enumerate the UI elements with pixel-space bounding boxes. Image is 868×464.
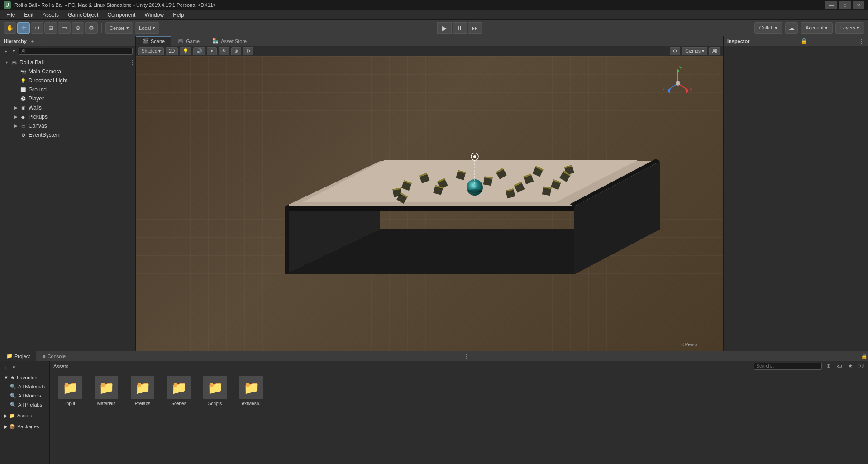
folder-input[interactable]: 📁 Input xyxy=(54,376,86,406)
stats-toggle[interactable]: ⚙ xyxy=(243,47,253,55)
effects-toggle[interactable]: ✦ xyxy=(207,47,217,55)
project-more-btn[interactable]: ⋮ xyxy=(463,353,470,360)
rect-tool-button[interactable]: ▭ xyxy=(58,22,71,34)
scene-viewport[interactable]: Y X Z < Persp xyxy=(136,56,723,351)
inspector-content xyxy=(724,46,868,351)
app-icon: U xyxy=(4,1,11,9)
transform-tool-button[interactable]: ⊕ xyxy=(72,22,84,34)
ground-icon: ⬜ xyxy=(20,86,26,93)
scene-tab-assetstore[interactable]: 🏪 Asset Store xyxy=(206,36,253,46)
inspector-lock-icon[interactable]: 🔒 xyxy=(801,38,807,44)
step-button[interactable]: ⏭ xyxy=(468,22,482,34)
all-models-item[interactable]: 🔍 All Models xyxy=(0,391,49,400)
cloud-button[interactable]: ☁ xyxy=(785,22,798,34)
shading-dropdown[interactable]: Shaded ▾ xyxy=(138,47,164,55)
walls-expand-icon: ▶ xyxy=(13,105,19,111)
folder-scenes[interactable]: 📁 Scenes xyxy=(163,376,195,406)
scale-tool-button[interactable]: ⊞ xyxy=(44,22,57,34)
project-tag-btn[interactable]: 🏷 xyxy=(835,363,844,369)
root-more-btn[interactable]: ⋮ xyxy=(130,59,135,66)
project-add-btn[interactable]: + xyxy=(3,364,9,371)
scene-settings-btn[interactable]: ⚙ xyxy=(670,47,680,55)
all-materials-item[interactable]: 🔍 All Materials xyxy=(0,382,49,391)
hierarchy-create-button[interactable]: + xyxy=(3,48,9,54)
assets-header[interactable]: ▶ 📁 Assets xyxy=(0,411,49,420)
packages-header[interactable]: ▶ 📦 Packages xyxy=(0,422,49,431)
layers-button[interactable]: Layers ▾ xyxy=(835,22,864,34)
hierarchy-canvas[interactable]: ▶ ▭ Canvas xyxy=(0,121,135,130)
menu-edit[interactable]: Edit xyxy=(19,11,38,19)
folder-prefabs[interactable]: 📁 Prefabs xyxy=(127,376,158,406)
particles-toggle[interactable]: ⊕ xyxy=(231,47,241,55)
folder-scenes-icon: 📁 xyxy=(167,376,191,399)
custom-tool-button[interactable]: ⚙ xyxy=(85,22,98,34)
project-sort-btn[interactable]: ▾ xyxy=(11,364,17,371)
pivot-dropdown[interactable]: Center ▾ xyxy=(105,22,133,34)
persp-label: < Persp xyxy=(681,342,697,347)
rotate-tool-button[interactable]: ↺ xyxy=(31,22,43,34)
all-prefabs-item[interactable]: 🔍 All Prefabs xyxy=(0,400,49,409)
hierarchy-main-camera[interactable]: 📷 Main Camera xyxy=(0,67,135,76)
hierarchy-more-button[interactable]: ⋮ xyxy=(38,38,47,44)
collab-button[interactable]: Collab ▾ xyxy=(754,22,782,34)
pause-button[interactable]: ⏸ xyxy=(453,22,467,34)
project-search-input[interactable] xyxy=(754,363,822,370)
menu-help[interactable]: Help xyxy=(168,11,189,19)
menu-component[interactable]: Component xyxy=(103,11,140,19)
move-tool-button[interactable]: ✛ xyxy=(17,22,30,34)
search-icon-prefabs: 🔍 xyxy=(10,402,16,408)
menu-window[interactable]: Window xyxy=(140,11,168,19)
hierarchy-walls[interactable]: ▶ ▣ Walls xyxy=(0,103,135,112)
scene-tab-scene[interactable]: 🎬 Scene xyxy=(136,36,171,46)
project-files-grid: 📁 Input 📁 Materials 📁 Prefabs xyxy=(50,371,868,464)
all-dropdown[interactable]: All xyxy=(709,47,720,55)
hierarchy-pickups[interactable]: ▶ ◆ Pickups xyxy=(0,112,135,121)
account-button[interactable]: Account ▾ xyxy=(801,22,833,34)
hierarchy-directional-light[interactable]: 💡 Directional Light xyxy=(0,76,135,85)
menu-gameobject[interactable]: GameObject xyxy=(63,11,103,19)
coord-dropdown[interactable]: Local ▾ xyxy=(135,22,159,34)
favorites-header[interactable]: ▼ ★ Favorites xyxy=(0,373,49,382)
menu-file[interactable]: File xyxy=(2,11,19,19)
hierarchy-ground[interactable]: ⬜ Ground xyxy=(0,85,135,94)
dimension-dropdown[interactable]: 2D xyxy=(166,47,178,55)
walls-label: Walls xyxy=(29,105,42,111)
hidden-toggle[interactable]: 👁 xyxy=(219,47,229,55)
scene-3d-view xyxy=(230,102,629,292)
menu-assets[interactable]: Assets xyxy=(38,11,63,19)
scene-gizmo[interactable]: Y X Z xyxy=(660,65,696,101)
scene-tab-game[interactable]: 🎮 Game xyxy=(171,36,206,46)
project-lock-btn[interactable]: 🔒 xyxy=(861,353,868,359)
hierarchy-root-item[interactable]: ▼ 🎮 Roll a Ball ⋮ xyxy=(0,58,135,67)
light-expand-icon xyxy=(13,77,19,84)
hierarchy-sort-button[interactable]: ▾ xyxy=(11,48,17,54)
gizmos-dropdown[interactable]: Gizmos ▾ xyxy=(682,47,707,55)
hierarchy-add-button[interactable]: + xyxy=(29,38,36,44)
close-button[interactable]: ✕ xyxy=(853,1,864,9)
maximize-button[interactable]: □ xyxy=(839,1,851,9)
project-filter-btn[interactable]: ⊕ xyxy=(825,363,832,369)
hierarchy-search-input[interactable] xyxy=(19,48,133,55)
folder-input-icon: 📁 xyxy=(58,376,82,399)
play-button[interactable]: ▶ xyxy=(437,22,452,34)
folder-materials[interactable]: 📁 Materials xyxy=(91,376,122,406)
scene-tabs-more[interactable]: ⋮ xyxy=(717,38,723,45)
folder-scripts[interactable]: 📁 Scripts xyxy=(199,376,231,406)
hand-tool-button[interactable]: ✋ xyxy=(4,22,16,34)
project-tab-console[interactable]: ≡ Console xyxy=(36,351,72,361)
folder-textmesh[interactable]: 📁 TextMesh... xyxy=(235,376,267,406)
light-toggle[interactable]: 💡 xyxy=(180,47,191,55)
toolbar-sep-1 xyxy=(101,23,102,33)
hierarchy-player[interactable]: ⚽ Player xyxy=(0,94,135,103)
hierarchy-eventsystem[interactable]: ⚙ EventSystem xyxy=(0,130,135,139)
minimize-button[interactable]: — xyxy=(825,1,837,9)
inspector-more-btn[interactable]: ⋮ xyxy=(858,38,864,45)
project-star-filter-btn[interactable]: ★ xyxy=(846,363,854,369)
project-tab-project[interactable]: 📁 Project xyxy=(0,351,36,361)
player-expand-icon xyxy=(13,96,19,102)
audio-toggle[interactable]: 🔊 xyxy=(193,47,205,55)
pivot-chevron: ▾ xyxy=(126,25,129,31)
scene-toolbar: Shaded ▾ 2D 💡 🔊 ✦ 👁 ⊕ ⚙ ⚙ Gizmos ▾ xyxy=(136,46,723,56)
project-icon: 📁 xyxy=(6,353,13,359)
svg-point-45 xyxy=(473,155,476,158)
